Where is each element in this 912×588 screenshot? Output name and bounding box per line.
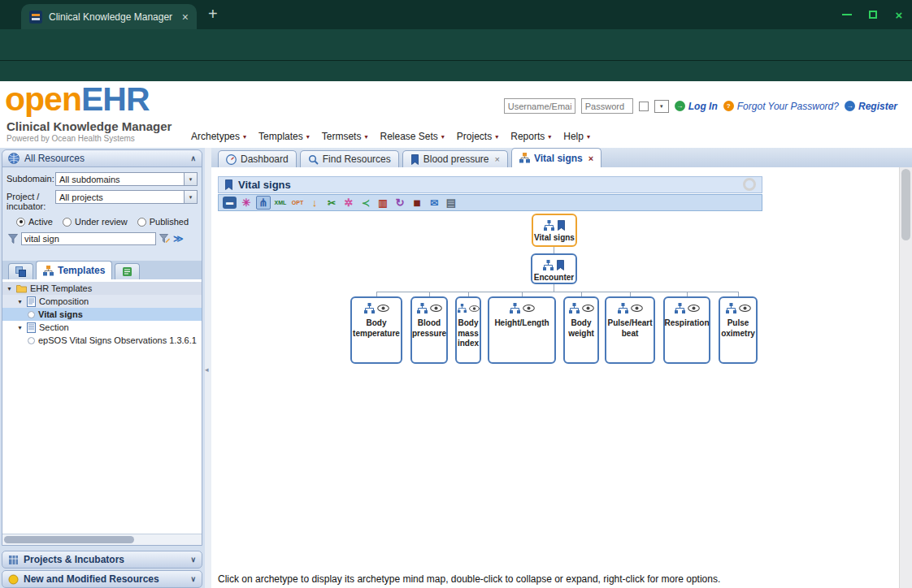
log-in-button[interactable]: → Log In (675, 101, 718, 112)
window-minimize-button[interactable] (840, 8, 853, 21)
clear-filter-icon[interactable] (159, 234, 170, 244)
observation-eye-icon (582, 305, 594, 312)
main-menubar: Archetypes▾ Templates▾ Termsets▾ Release… (189, 129, 593, 144)
node-pulse-heart-beat[interactable]: Pulse/Heart beat (605, 296, 655, 364)
tab-dashboard[interactable]: Dashboard (218, 150, 297, 167)
template-flag-icon (557, 220, 566, 231)
email-icon[interactable]: ✉ (427, 196, 441, 210)
browser-tab[interactable]: Clinical Knowledge Manager × (21, 4, 197, 29)
print-icon[interactable]: ▤ (444, 196, 458, 210)
projects-incubators-panel[interactable]: Projects & Incubators ∨ (2, 551, 202, 569)
observation-eye-icon (469, 305, 480, 312)
password-field[interactable] (581, 98, 633, 114)
opt-export-icon[interactable]: OPT (290, 196, 305, 210)
tab-termsets[interactable] (115, 263, 140, 279)
vertical-scrollbar[interactable] (899, 167, 912, 588)
menu-projects[interactable]: Projects▾ (454, 131, 501, 142)
tab-vital-signs[interactable]: Vital signs × (511, 148, 601, 167)
project-select[interactable]: All projects ▾ (55, 190, 198, 204)
node-height-length[interactable]: Height/Length (488, 296, 556, 364)
tree-horizontal-scrollbar[interactable] (2, 534, 202, 545)
search-icon (308, 154, 319, 165)
connector-line (554, 284, 554, 292)
collapse-panel-icon[interactable]: ∧ (190, 154, 196, 162)
node-blood-pressure[interactable]: Blood pressure (410, 296, 448, 364)
collapse-sidebar-icon[interactable]: ◂ (205, 365, 209, 374)
mindmap-icon[interactable]: ✳ (239, 196, 254, 210)
close-tab-icon[interactable]: × (588, 153, 593, 163)
report-icon[interactable]: ▥ (376, 196, 390, 210)
fork-icon (618, 303, 628, 313)
archive-icon[interactable]: ◼ (410, 196, 424, 210)
expand-panel-icon[interactable]: ∨ (190, 575, 196, 583)
scrollbar-thumb[interactable] (901, 169, 910, 240)
tree-item-vital-signs[interactable]: Vital signs (2, 308, 202, 321)
tab-blood-pressure[interactable]: Blood pressure × (402, 150, 508, 167)
refresh-icon[interactable]: ↻ (393, 196, 407, 210)
node-pulse-oximetry[interactable]: Pulse oximetry (719, 296, 758, 364)
openehr-logo: openEHR (5, 83, 150, 116)
tree-expand-icon[interactable]: ▾ (16, 298, 24, 305)
new-modified-panel[interactable]: New and Modified Resources ∨ (2, 570, 202, 588)
window-controls: × (840, 8, 905, 21)
menu-templates[interactable]: Templates▾ (256, 131, 312, 142)
tree-item-section[interactable]: ▾ Section (2, 321, 202, 334)
scrollbar-thumb[interactable] (4, 536, 134, 543)
new-modified-label: New and Modified Resources (24, 573, 159, 585)
node-body-weight[interactable]: Body weight (563, 296, 599, 364)
radio-under-review[interactable]: Under review (63, 217, 128, 227)
new-tab-button[interactable]: + (208, 6, 218, 22)
menu-reports[interactable]: Reports▾ (508, 131, 554, 142)
tab-close-icon[interactable]: × (182, 11, 189, 23)
node-body-temperature[interactable]: Body temperature (350, 296, 402, 364)
xml-export-icon[interactable]: XML (273, 196, 288, 210)
orgchart-icon[interactable]: ⋔ (256, 196, 271, 210)
tab-templates[interactable]: Templates (36, 261, 112, 279)
window-maximize-button[interactable] (866, 8, 879, 21)
share-icon[interactable]: ≺ (358, 196, 373, 210)
radio-active[interactable]: Active (16, 217, 53, 227)
tree-expand-icon[interactable]: ▾ (6, 285, 13, 292)
menu-archetypes[interactable]: Archetypes▾ (189, 131, 249, 142)
compare-icon[interactable]: ✂ (324, 196, 339, 210)
node-vital-signs-root[interactable]: Vital signs (532, 214, 577, 247)
tab-archetypes[interactable] (8, 263, 33, 279)
menu-release-sets[interactable]: Release Sets▾ (377, 131, 446, 142)
register-link[interactable]: → Register (845, 101, 897, 112)
tab-find-resources[interactable]: Find Resources (300, 150, 399, 167)
window-close-button[interactable]: × (892, 8, 905, 21)
fork-icon (675, 303, 685, 313)
connector-line (376, 292, 739, 292)
expand-panel-icon[interactable]: ∨ (190, 556, 196, 564)
tree-item-composition[interactable]: ▾ Composition (2, 295, 202, 308)
vital-signs-panel-header: Vital signs (218, 176, 762, 193)
template-bullet-icon (28, 311, 35, 318)
validation-icon[interactable]: ✲ (341, 196, 356, 210)
menu-help[interactable]: Help▾ (561, 131, 593, 142)
node-body-mass-index[interactable]: Body mass index (455, 296, 481, 364)
node-encounter[interactable]: Encounter (531, 253, 577, 284)
ckm-page: openEHR Clinical Knowledge Manager Power… (0, 81, 912, 588)
menu-termsets[interactable]: Termsets▾ (319, 131, 371, 142)
composition-icon (27, 296, 36, 307)
node-respiration[interactable]: Respiration (663, 296, 710, 364)
bookmarks-bar: All Bookmarks (0, 60, 912, 81)
fork-icon (726, 303, 736, 313)
login-options-dropdown[interactable]: ▾ (654, 100, 669, 113)
all-resources-header[interactable]: All Resources ∧ (2, 150, 202, 167)
remember-me-checkbox[interactable] (639, 102, 649, 111)
username-field[interactable] (504, 98, 575, 114)
close-tab-icon[interactable]: × (494, 154, 499, 164)
forgot-password-link[interactable]: ? Forgot Your Password? (723, 101, 839, 112)
search-input[interactable] (21, 232, 156, 245)
subdomain-select[interactable]: All subdomains ▾ (55, 172, 198, 186)
apply-filter-icon[interactable]: ≫ (173, 233, 184, 244)
flat-view-icon[interactable]: ▬ (223, 197, 237, 209)
sidebar-splitter[interactable]: ◂ (205, 148, 211, 588)
tree-item-ehr-templates[interactable]: ▾ EHR Templates (2, 282, 202, 295)
app-title: Clinical Knowledge Manager (7, 119, 172, 133)
radio-published[interactable]: Published (137, 217, 189, 227)
tree-item-epsos[interactable]: epSOS Vital Signs Observations 1.3.6.1 (2, 334, 202, 347)
tree-expand-icon[interactable]: ▾ (16, 324, 24, 331)
download-icon[interactable]: ↓ (307, 196, 322, 210)
